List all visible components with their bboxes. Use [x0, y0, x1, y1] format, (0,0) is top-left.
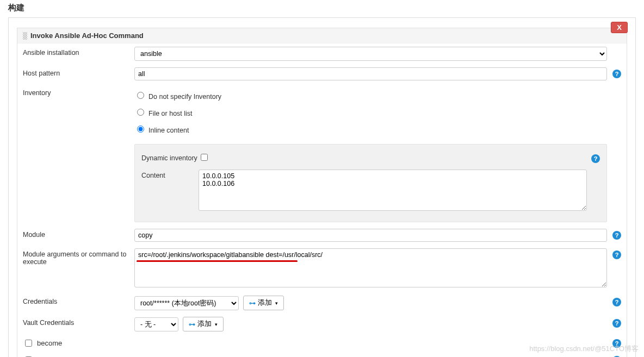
- ansible-installation-select[interactable]: ansible: [134, 47, 607, 61]
- content-textarea[interactable]: [199, 170, 587, 211]
- label-content: Content: [141, 170, 199, 179]
- key-icon: ⊶: [249, 299, 256, 307]
- delete-step-button[interactable]: X: [611, 22, 628, 33]
- add-credentials-button[interactable]: ⊶ 添加 ▾: [243, 296, 284, 310]
- module-args-textarea[interactable]: [134, 248, 607, 287]
- label-ansible-installation: Ansible installation: [23, 47, 134, 57]
- build-step: X Invoke Ansible Ad-Hoc Command Ansible …: [17, 28, 627, 357]
- caret-down-icon: ▾: [215, 322, 218, 327]
- key-icon: ⊶: [189, 321, 195, 328]
- help-icon[interactable]: ?: [612, 298, 621, 306]
- help-icon[interactable]: ?: [612, 339, 621, 348]
- step-title: Invoke Ansible Ad-Hoc Command: [30, 32, 144, 40]
- inventory-radio-inline[interactable]: Inline content: [134, 121, 607, 137]
- add-vault-credentials-button[interactable]: ⊶ 添加 ▾: [183, 317, 224, 331]
- vault-credentials-select[interactable]: - 无 -: [134, 317, 178, 331]
- label-module-args: Module arguments or command to execute: [23, 248, 134, 266]
- inline-content-panel: Dynamic inventory ? Content: [134, 144, 607, 222]
- dynamic-inventory-checkbox[interactable]: [201, 154, 208, 161]
- step-header: Invoke Ansible Ad-Hoc Command: [17, 28, 627, 43]
- help-icon[interactable]: ?: [612, 250, 621, 259]
- label-vault-credentials: Vault Credentials: [23, 317, 134, 327]
- module-input[interactable]: [134, 229, 607, 242]
- label-become: become: [37, 339, 62, 347]
- label-credentials: Credentials: [23, 296, 134, 305]
- help-icon[interactable]: ?: [612, 319, 621, 328]
- credentials-select[interactable]: root/****** (本地root密码): [134, 296, 239, 310]
- host-pattern-input[interactable]: [134, 67, 607, 80]
- help-icon[interactable]: ?: [591, 154, 600, 163]
- label-dynamic-inventory: Dynamic inventory: [141, 152, 199, 162]
- inventory-radio-none[interactable]: Do not specify Inventory: [134, 87, 607, 104]
- build-section: X Invoke Ansible Ad-Hoc Command Ansible …: [8, 17, 636, 357]
- help-icon[interactable]: ?: [612, 70, 621, 78]
- label-module: Module: [23, 229, 134, 239]
- inventory-radio-group: Do not specify Inventory File or host li…: [134, 87, 607, 137]
- section-title: 构建: [8, 0, 636, 17]
- caret-down-icon: ▾: [275, 300, 278, 306]
- help-icon[interactable]: ?: [612, 231, 621, 240]
- label-inventory: Inventory: [23, 87, 134, 97]
- become-checkbox[interactable]: [25, 340, 32, 347]
- drag-handle-icon[interactable]: [23, 32, 27, 40]
- label-host-pattern: Host pattern: [23, 67, 134, 77]
- inventory-radio-file[interactable]: File or host list: [134, 104, 607, 121]
